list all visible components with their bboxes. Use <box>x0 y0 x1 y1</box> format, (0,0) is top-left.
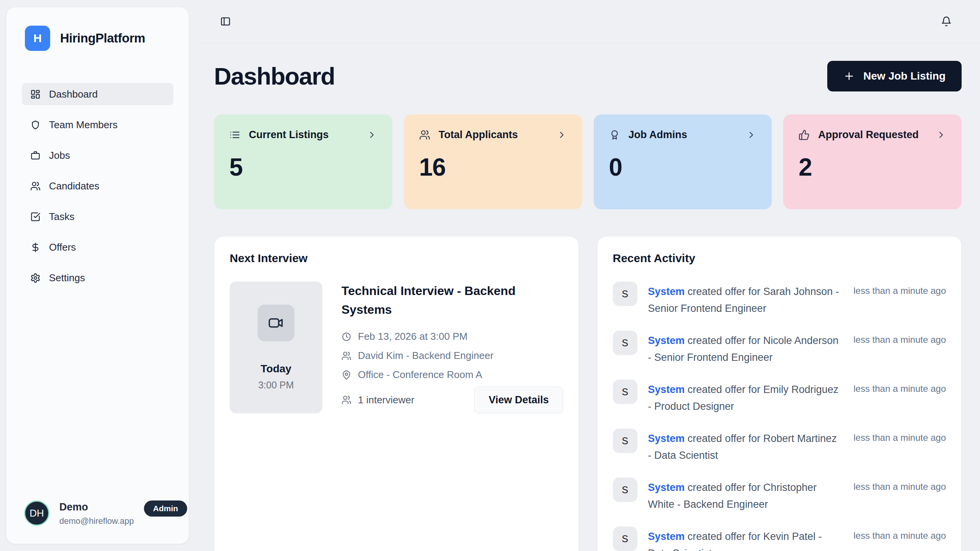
stat-value: 5 <box>229 153 377 181</box>
user-email: demo@hireflow.app <box>59 516 134 526</box>
panel-left-toggle-icon <box>220 16 231 27</box>
sidebar-toggle-button[interactable] <box>220 16 231 27</box>
sidebar-item-jobs[interactable]: Jobs <box>22 144 173 166</box>
activity-timestamp: less than a minute ago <box>854 331 946 345</box>
sidebar-item-dashboard[interactable]: Dashboard <box>22 83 173 105</box>
sidebar-item-label: Jobs <box>49 150 70 161</box>
interview-time-label: 3:00 PM <box>258 380 294 391</box>
users-icon <box>341 351 351 361</box>
sidebar-item-settings[interactable]: Settings <box>22 267 173 289</box>
activity-text: System created offer for Robert Martinez… <box>648 429 843 464</box>
view-details-button[interactable]: View Details <box>474 386 563 413</box>
interview-title: Technical Interview - Backend Systems <box>341 282 525 319</box>
activity-timestamp: less than a minute ago <box>854 380 946 394</box>
topbar <box>196 0 980 43</box>
sidebar-item-label: Offers <box>49 241 76 253</box>
stat-card-total-applicants[interactable]: Total Applicants 16 <box>404 114 582 209</box>
avatar: DH <box>24 500 49 526</box>
content: Dashboard New Job Listing Current Listin… <box>196 43 980 551</box>
activity-avatar: S <box>613 380 637 404</box>
stat-card-header: Job Admins <box>609 129 757 141</box>
sidebar-item-label: Candidates <box>49 180 100 192</box>
stat-card-header: Current Listings <box>229 129 377 141</box>
list-item: S System created offer for Emily Rodrigu… <box>613 380 946 415</box>
brand-initial: H <box>33 32 42 45</box>
activity-text: System created offer for Emily Rodriguez… <box>648 380 843 415</box>
new-job-listing-label: New Job Listing <box>863 70 946 82</box>
stat-card-job-admins[interactable]: Job Admins 0 <box>594 114 772 209</box>
interview-location: Office - Conference Room A <box>358 369 482 381</box>
award-icon <box>609 129 620 140</box>
activity-actor-link[interactable]: System <box>648 433 685 444</box>
panels-row: Next Interview Today 3:00 PM Technical I… <box>214 236 962 551</box>
main-area: Dashboard New Job Listing Current Listin… <box>196 0 980 551</box>
stat-label: Job Admins <box>629 129 688 141</box>
stat-card-header: Approval Requested <box>799 129 946 141</box>
users-icon <box>419 129 430 140</box>
dashboard-grid-icon <box>30 89 41 99</box>
stat-label: Total Applicants <box>439 129 518 141</box>
briefcase-icon <box>30 150 41 161</box>
activity-actor-link[interactable]: System <box>648 531 685 542</box>
next-interview-body: Today 3:00 PM Technical Interview - Back… <box>230 282 563 413</box>
video-camera-icon <box>268 315 284 331</box>
chevron-right-icon <box>936 130 946 140</box>
interview-datetime: Feb 13, 2026 at 3:00 PM <box>358 331 467 342</box>
user-profile[interactable]: DH Demo demo@hireflow.app Admin <box>7 485 189 544</box>
map-pin-icon <box>341 370 351 380</box>
notifications-button[interactable] <box>941 16 952 27</box>
activity-actor-link[interactable]: System <box>648 384 685 395</box>
stat-value: 16 <box>419 153 567 181</box>
admin-badge: Admin <box>144 500 187 517</box>
activity-text: System created offer for Nicole Anderson… <box>648 331 843 366</box>
interview-details: Technical Interview - Backend Systems Fe… <box>341 282 563 413</box>
chevron-right-icon <box>746 130 756 140</box>
avatar-initials: DH <box>29 507 44 519</box>
sidebar-item-label: Dashboard <box>49 88 98 100</box>
activity-actor-link[interactable]: System <box>648 286 685 297</box>
user-meta: Demo demo@hireflow.app <box>59 500 134 526</box>
user-name: Demo <box>59 501 134 513</box>
sidebar-item-offers[interactable]: Offers <box>22 236 173 258</box>
interview-meta: Feb 13, 2026 at 3:00 PM David Kim - Back… <box>341 331 563 381</box>
next-interview-heading: Next Interview <box>230 252 563 265</box>
interviewer-count: 1 interviewer <box>358 394 414 406</box>
activity-actor-link[interactable]: System <box>648 482 685 493</box>
brand: H HiringPlatform <box>7 7 189 51</box>
chevron-right-icon <box>557 130 567 140</box>
activity-text: System created offer for Christopher Whi… <box>648 478 843 513</box>
sidebar-item-tasks[interactable]: Tasks <box>22 205 173 228</box>
stat-label: Current Listings <box>249 129 329 141</box>
check-square-icon <box>30 212 41 222</box>
list-item: S System created offer for Nicole Anders… <box>613 331 946 366</box>
sidebar-item-team-members[interactable]: Team Members <box>22 114 173 136</box>
new-job-listing-button[interactable]: New Job Listing <box>827 61 962 91</box>
recent-activity-card: Recent Activity S System created offer f… <box>597 236 962 551</box>
stat-card-approval-requested[interactable]: Approval Requested 2 <box>783 114 962 209</box>
stat-label: Approval Requested <box>818 129 919 141</box>
plus-icon <box>843 70 855 82</box>
activity-timestamp: less than a minute ago <box>854 527 946 541</box>
stat-card-current-listings[interactable]: Current Listings 5 <box>214 114 392 209</box>
sidebar-nav: Dashboard Team Members Jobs Candidates T… <box>7 83 189 297</box>
activity-actor-link[interactable]: System <box>648 335 685 346</box>
sidebar-item-candidates[interactable]: Candidates <box>22 175 173 197</box>
sidebar: H HiringPlatform Dashboard Team Members … <box>6 7 189 544</box>
dollar-icon <box>30 242 41 253</box>
gear-icon <box>30 273 41 283</box>
activity-timestamp: less than a minute ago <box>854 282 946 296</box>
stat-value: 2 <box>799 153 946 181</box>
list-item: S System created offer for Kevin Patel -… <box>613 527 946 551</box>
activity-avatar: S <box>613 429 637 453</box>
shield-icon <box>30 120 41 130</box>
activity-text: System created offer for Kevin Patel - D… <box>648 527 843 551</box>
list-item: S System created offer for Sarah Johnson… <box>613 282 946 317</box>
interview-person: David Kim - Backend Engineer <box>358 350 493 362</box>
recent-activity-heading: Recent Activity <box>613 252 946 265</box>
bell-icon <box>941 16 952 27</box>
activity-text: System created offer for Sarah Johnson -… <box>648 282 843 317</box>
stats-row: Current Listings 5 Total Applicants 16 J… <box>214 114 962 209</box>
activity-timestamp: less than a minute ago <box>854 478 946 492</box>
interview-location-row: Office - Conference Room A <box>341 369 563 381</box>
brand-name: HiringPlatform <box>60 31 145 46</box>
